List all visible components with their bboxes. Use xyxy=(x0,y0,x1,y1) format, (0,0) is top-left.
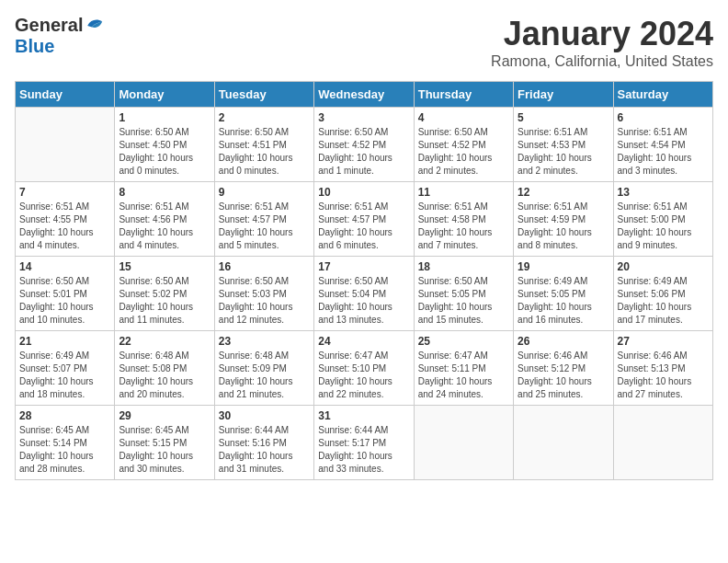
calendar-week-row: 14Sunrise: 6:50 AMSunset: 5:01 PMDayligh… xyxy=(16,257,713,331)
day-number: 20 xyxy=(618,260,709,273)
day-info: Sunrise: 6:50 AMSunset: 4:51 PMDaylight:… xyxy=(219,126,310,178)
day-number: 9 xyxy=(219,186,310,199)
calendar-cell: 3Sunrise: 6:50 AMSunset: 4:52 PMDaylight… xyxy=(314,108,414,182)
calendar-cell: 1Sunrise: 6:50 AMSunset: 4:50 PMDaylight… xyxy=(115,108,214,182)
calendar-cell: 11Sunrise: 6:51 AMSunset: 4:58 PMDayligh… xyxy=(414,182,513,257)
day-number: 12 xyxy=(518,186,609,199)
calendar-week-row: 7Sunrise: 6:51 AMSunset: 4:55 PMDaylight… xyxy=(16,182,713,257)
calendar-cell: 5Sunrise: 6:51 AMSunset: 4:53 PMDaylight… xyxy=(514,108,613,182)
calendar-day-header: Thursday xyxy=(414,82,513,108)
day-info: Sunrise: 6:50 AMSunset: 5:01 PMDaylight:… xyxy=(19,275,110,327)
logo: General Blue xyxy=(15,15,107,57)
calendar-cell xyxy=(514,406,613,480)
day-info: Sunrise: 6:49 AMSunset: 5:07 PMDaylight:… xyxy=(19,350,110,401)
month-title: January 2024 xyxy=(491,15,713,53)
calendar-cell: 2Sunrise: 6:50 AMSunset: 4:51 PMDaylight… xyxy=(214,108,313,182)
calendar-cell: 25Sunrise: 6:47 AMSunset: 5:11 PMDayligh… xyxy=(414,331,513,406)
calendar-cell: 17Sunrise: 6:50 AMSunset: 5:04 PMDayligh… xyxy=(314,257,414,331)
day-info: Sunrise: 6:45 AMSunset: 5:15 PMDaylight:… xyxy=(119,424,210,476)
day-number: 10 xyxy=(318,186,409,199)
day-number: 1 xyxy=(119,111,210,124)
calendar-cell: 19Sunrise: 6:49 AMSunset: 5:05 PMDayligh… xyxy=(514,257,613,331)
calendar-cell: 23Sunrise: 6:48 AMSunset: 5:09 PMDayligh… xyxy=(214,331,313,406)
day-number: 4 xyxy=(418,111,509,124)
day-info: Sunrise: 6:48 AMSunset: 5:09 PMDaylight:… xyxy=(219,350,310,401)
day-number: 27 xyxy=(618,335,709,348)
day-info: Sunrise: 6:50 AMSunset: 4:52 PMDaylight:… xyxy=(418,126,509,178)
day-info: Sunrise: 6:51 AMSunset: 5:00 PMDaylight:… xyxy=(618,201,709,252)
day-info: Sunrise: 6:50 AMSunset: 5:05 PMDaylight:… xyxy=(418,275,509,327)
calendar-day-header: Saturday xyxy=(613,82,712,108)
calendar-week-row: 28Sunrise: 6:45 AMSunset: 5:14 PMDayligh… xyxy=(16,406,713,480)
calendar-cell: 13Sunrise: 6:51 AMSunset: 5:00 PMDayligh… xyxy=(613,182,712,257)
logo-bird-icon xyxy=(85,17,107,35)
calendar-cell: 22Sunrise: 6:48 AMSunset: 5:08 PMDayligh… xyxy=(115,331,214,406)
title-section: January 2024 Ramona, California, United … xyxy=(491,15,713,70)
day-number: 30 xyxy=(219,409,310,422)
calendar-cell: 9Sunrise: 6:51 AMSunset: 4:57 PMDaylight… xyxy=(214,182,313,257)
day-info: Sunrise: 6:51 AMSunset: 4:59 PMDaylight:… xyxy=(518,201,609,252)
day-number: 18 xyxy=(418,260,509,273)
day-info: Sunrise: 6:47 AMSunset: 5:11 PMDaylight:… xyxy=(418,350,509,401)
day-number: 7 xyxy=(19,186,110,199)
day-info: Sunrise: 6:44 AMSunset: 5:17 PMDaylight:… xyxy=(318,424,409,476)
day-info: Sunrise: 6:51 AMSunset: 4:57 PMDaylight:… xyxy=(318,201,409,252)
calendar-table: SundayMondayTuesdayWednesdayThursdayFrid… xyxy=(15,81,713,480)
day-info: Sunrise: 6:50 AMSunset: 5:03 PMDaylight:… xyxy=(219,275,310,327)
day-number: 14 xyxy=(19,260,110,273)
logo-blue-text: Blue xyxy=(15,36,54,57)
day-number: 16 xyxy=(219,260,310,273)
calendar-cell: 26Sunrise: 6:46 AMSunset: 5:12 PMDayligh… xyxy=(514,331,613,406)
day-info: Sunrise: 6:49 AMSunset: 5:06 PMDaylight:… xyxy=(618,275,709,327)
calendar-header-row: SundayMondayTuesdayWednesdayThursdayFrid… xyxy=(16,82,713,108)
calendar-cell: 8Sunrise: 6:51 AMSunset: 4:56 PMDaylight… xyxy=(115,182,214,257)
day-info: Sunrise: 6:47 AMSunset: 5:10 PMDaylight:… xyxy=(318,350,409,401)
day-number: 2 xyxy=(219,111,310,124)
calendar-cell xyxy=(613,406,712,480)
day-number: 11 xyxy=(418,186,509,199)
day-info: Sunrise: 6:51 AMSunset: 4:57 PMDaylight:… xyxy=(219,201,310,252)
day-info: Sunrise: 6:44 AMSunset: 5:16 PMDaylight:… xyxy=(219,424,310,476)
day-number: 25 xyxy=(418,335,509,348)
day-info: Sunrise: 6:45 AMSunset: 5:14 PMDaylight:… xyxy=(19,424,110,476)
day-info: Sunrise: 6:51 AMSunset: 4:58 PMDaylight:… xyxy=(418,201,509,252)
day-number: 29 xyxy=(119,409,210,422)
calendar-cell xyxy=(16,108,115,182)
calendar-cell: 29Sunrise: 6:45 AMSunset: 5:15 PMDayligh… xyxy=(115,406,214,480)
day-number: 26 xyxy=(518,335,609,348)
day-info: Sunrise: 6:48 AMSunset: 5:08 PMDaylight:… xyxy=(119,350,210,401)
calendar-cell: 20Sunrise: 6:49 AMSunset: 5:06 PMDayligh… xyxy=(613,257,712,331)
day-number: 3 xyxy=(318,111,409,124)
calendar-cell: 15Sunrise: 6:50 AMSunset: 5:02 PMDayligh… xyxy=(115,257,214,331)
calendar-cell: 24Sunrise: 6:47 AMSunset: 5:10 PMDayligh… xyxy=(314,331,414,406)
calendar-cell: 30Sunrise: 6:44 AMSunset: 5:16 PMDayligh… xyxy=(214,406,313,480)
calendar-cell: 7Sunrise: 6:51 AMSunset: 4:55 PMDaylight… xyxy=(16,182,115,257)
calendar-day-header: Monday xyxy=(115,82,214,108)
day-number: 23 xyxy=(219,335,310,348)
calendar-cell: 31Sunrise: 6:44 AMSunset: 5:17 PMDayligh… xyxy=(314,406,414,480)
calendar-cell: 28Sunrise: 6:45 AMSunset: 5:14 PMDayligh… xyxy=(16,406,115,480)
day-number: 24 xyxy=(318,335,409,348)
calendar-cell: 4Sunrise: 6:50 AMSunset: 4:52 PMDaylight… xyxy=(414,108,513,182)
day-info: Sunrise: 6:50 AMSunset: 4:50 PMDaylight:… xyxy=(119,126,210,178)
calendar-cell: 16Sunrise: 6:50 AMSunset: 5:03 PMDayligh… xyxy=(214,257,313,331)
calendar-day-header: Sunday xyxy=(16,82,115,108)
day-info: Sunrise: 6:46 AMSunset: 5:12 PMDaylight:… xyxy=(518,350,609,401)
page-header: General Blue January 2024 Ramona, Califo… xyxy=(15,15,713,70)
calendar-day-header: Tuesday xyxy=(214,82,313,108)
calendar-cell: 27Sunrise: 6:46 AMSunset: 5:13 PMDayligh… xyxy=(613,331,712,406)
day-number: 6 xyxy=(618,111,709,124)
day-number: 21 xyxy=(19,335,110,348)
calendar-day-header: Friday xyxy=(514,82,613,108)
day-number: 8 xyxy=(119,186,210,199)
day-info: Sunrise: 6:50 AMSunset: 4:52 PMDaylight:… xyxy=(318,126,409,178)
day-info: Sunrise: 6:51 AMSunset: 4:55 PMDaylight:… xyxy=(19,201,110,252)
calendar-day-header: Wednesday xyxy=(314,82,414,108)
calendar-week-row: 1Sunrise: 6:50 AMSunset: 4:50 PMDaylight… xyxy=(16,108,713,182)
logo-general-text: General xyxy=(15,15,83,36)
day-number: 15 xyxy=(119,260,210,273)
day-number: 31 xyxy=(318,409,409,422)
location-text: Ramona, California, United States xyxy=(491,53,713,70)
day-info: Sunrise: 6:50 AMSunset: 5:02 PMDaylight:… xyxy=(119,275,210,327)
calendar-cell: 12Sunrise: 6:51 AMSunset: 4:59 PMDayligh… xyxy=(514,182,613,257)
